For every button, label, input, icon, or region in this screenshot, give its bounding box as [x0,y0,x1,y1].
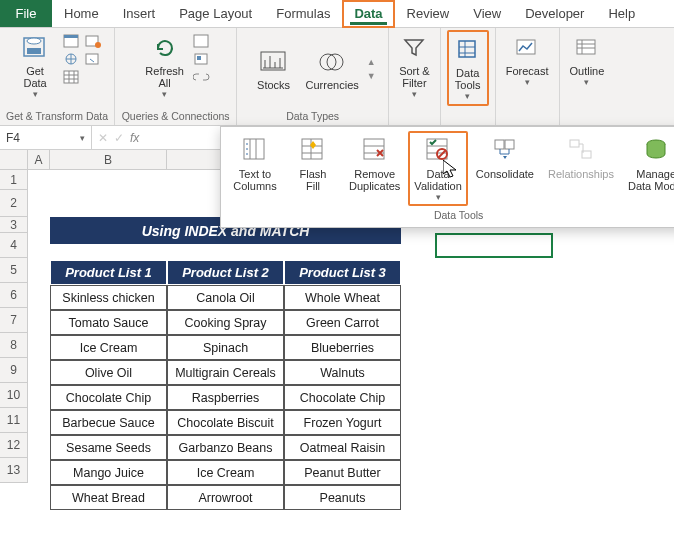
edit-links-icon[interactable] [193,70,211,86]
table-cell[interactable]: Olive Oil [50,360,167,385]
svg-rect-20 [302,139,322,159]
cancel-icon[interactable]: ✕ [98,131,108,145]
table-cell[interactable]: Whole Wheat [284,285,401,310]
table-cell[interactable]: Ice Cream [167,460,284,485]
table-cell[interactable]: Walnuts [284,360,401,385]
tab-page-layout[interactable]: Page Layout [167,0,264,28]
table-cell[interactable]: Raspberries [167,385,284,410]
outline-label: Outline [570,65,605,77]
properties-icon[interactable] [193,52,211,68]
table-cell[interactable]: Peanuts [284,485,401,510]
table-cell[interactable]: Ice Cream [50,335,167,360]
tab-developer[interactable]: Developer [513,0,596,28]
row-header-9[interactable]: 9 [0,358,28,383]
consolidate-button[interactable]: Consolidate [470,131,540,206]
row-header-11[interactable]: 11 [0,408,28,433]
col-header-b[interactable]: B [50,150,167,170]
table-cell[interactable]: Canola Oil [167,285,284,310]
row-header-13[interactable]: 13 [0,458,28,483]
svg-point-8 [95,42,101,48]
table-cell[interactable]: Cooking Spray [167,310,284,335]
tab-formulas[interactable]: Formulas [264,0,342,28]
get-data-button[interactable]: Get Data ▾ [11,30,59,102]
row-header-7[interactable]: 7 [0,308,28,333]
file-tab[interactable]: File [0,0,52,27]
row-header-8[interactable]: 8 [0,333,28,358]
tab-review[interactable]: Review [395,0,462,28]
refresh-all-button[interactable]: Refresh All ▾ [141,30,189,102]
chevron-down-icon: ▾ [162,89,167,99]
table-cell[interactable]: Arrowroot [167,485,284,510]
table-cell[interactable]: Chocolate Chip [50,385,167,410]
row-header-6[interactable]: 6 [0,283,28,308]
from-web-icon[interactable] [63,52,81,68]
col-header-a[interactable]: A [28,150,50,170]
svg-rect-18 [577,40,595,54]
existing-conn-icon[interactable] [85,52,103,68]
flash-fill-button[interactable]: Flash Fill [285,131,341,206]
enter-icon[interactable]: ✓ [114,131,124,145]
table-cell[interactable]: Skinless chicken [50,285,167,310]
data-tools-button[interactable]: Data Tools ▾ [447,30,489,106]
svg-point-2 [27,38,41,44]
recent-sources-icon[interactable] [85,34,103,50]
row-headers: 1 2 3 4 5 6 7 8 9 10 11 12 13 [0,170,28,483]
table-header-row: Product List 1 Product List 2 Product Li… [50,260,401,285]
table-cell[interactable]: Mango Juice [50,460,167,485]
table-cell[interactable]: Frozen Yogurt [284,410,401,435]
queries-mini [193,30,211,86]
svg-rect-12 [197,56,201,60]
tab-home[interactable]: Home [52,0,111,28]
table-cell[interactable]: Garbanzo Beans [167,435,284,460]
relationships-button[interactable]: Relationships [542,131,620,206]
table-cell[interactable]: Spinach [167,335,284,360]
row-header-2[interactable]: 2 [0,190,28,217]
tab-insert[interactable]: Insert [111,0,168,28]
table-cell[interactable]: Blueberries [284,335,401,360]
table-cell[interactable]: Chocolate Chip [284,385,401,410]
from-text-icon[interactable] [63,34,81,50]
row-header-12[interactable]: 12 [0,433,28,458]
sort-filter-button[interactable]: Sort & Filter ▾ [395,30,434,102]
stocks-button[interactable]: Stocks [250,44,298,94]
row-header-5[interactable]: 5 [0,258,28,283]
select-all-corner[interactable] [0,150,28,170]
table-cell[interactable]: Barbecue Sauce [50,410,167,435]
queries-conn-icon[interactable] [193,34,211,50]
currencies-label: Currencies [306,79,359,91]
table-cell[interactable]: Peanut Butter [284,460,401,485]
scroll-down-icon[interactable]: ▼ [367,71,376,81]
row-header-3[interactable]: 3 [0,217,28,233]
table-cell[interactable]: Chocolate Biscuit [167,410,284,435]
table-cell[interactable]: Oatmeal Raisin [284,435,401,460]
currencies-button[interactable]: Currencies [302,44,363,94]
flash-fill-label: Flash Fill [300,168,327,192]
from-table-icon[interactable] [63,70,81,86]
tab-help[interactable]: Help [596,0,647,28]
remove-duplicates-button[interactable]: Remove Duplicates [343,131,406,206]
svg-rect-17 [517,40,535,54]
table-cell[interactable]: Sesame Seeds [50,435,167,460]
outline-button[interactable]: Outline ▾ [566,30,609,90]
row-header-10[interactable]: 10 [0,383,28,408]
manage-data-model-button[interactable]: Manage Data Model [622,131,674,206]
name-box[interactable]: F4 ▾ [0,126,92,149]
text-to-columns-button[interactable]: Text to Columns [227,131,283,206]
tab-view[interactable]: View [461,0,513,28]
row-header-4[interactable]: 4 [0,233,28,258]
scroll-up-icon[interactable]: ▲ [367,57,376,67]
table-cell[interactable]: Green Carrot [284,310,401,335]
tab-data[interactable]: Data [342,0,394,28]
fx-icon[interactable]: fx [130,131,139,145]
data-validation-button[interactable]: Data Validation ▾ [408,131,468,206]
svg-rect-25 [505,140,514,149]
forecast-button[interactable]: Forecast ▾ [502,30,553,90]
table-row: Mango JuiceIce CreamPeanut Butter [50,460,401,485]
get-data-icon [20,33,50,63]
table-cell[interactable]: Tomato Sauce [50,310,167,335]
svg-rect-16 [459,41,475,57]
table-cell[interactable]: Multigrain Cereals [167,360,284,385]
chevron-down-icon: ▾ [525,77,530,87]
table-cell[interactable]: Wheat Bread [50,485,167,510]
row-header-1[interactable]: 1 [0,170,28,190]
